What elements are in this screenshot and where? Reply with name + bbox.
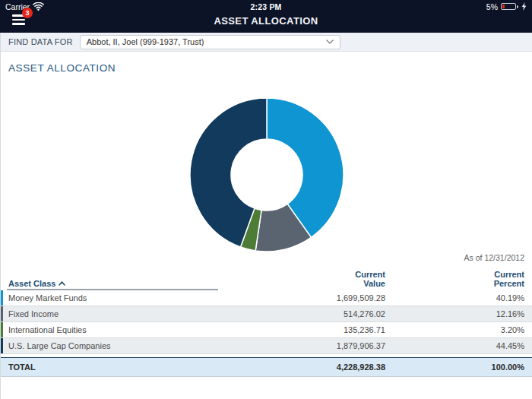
segment-color-bar: [1, 322, 3, 337]
section-heading: ASSET ALLOCATION: [1, 52, 532, 74]
sort-ascending-icon: [59, 281, 65, 286]
find-data-bar: FIND DATA FOR Abbot, II, Joel (999-1937,…: [1, 33, 532, 52]
current-percent-cell: 40.19%: [393, 293, 532, 302]
menu-button[interactable]: 3: [12, 14, 26, 26]
total-percent: 100.00%: [393, 363, 532, 372]
asset-class-cell: International Equities: [1, 325, 249, 334]
total-value: 4,228,928.38: [249, 363, 393, 372]
current-value-cell: 514,276.02: [249, 309, 393, 318]
current-value-cell: 135,236.71: [249, 325, 393, 334]
table-total-row: TOTAL 4,228,928.38 100.00%: [1, 357, 532, 377]
title-bar: 3 ASSET ALLOCATION: [0, 12, 532, 33]
donut-chart: [1, 74, 532, 252]
account-select-value: Abbot, II, Joel (999-1937, Trust): [87, 37, 204, 46]
asset-class-header-label: Asset Class: [8, 279, 55, 288]
clock: 2:23 PM: [250, 2, 281, 11]
segment-color-bar: [1, 290, 3, 306]
charging-bolt-icon: [521, 2, 527, 11]
current-percent-cell: 12.16%: [393, 309, 532, 318]
current-percent-cell: 44.45%: [393, 341, 532, 350]
content-area: FIND DATA FOR Abbot, II, Joel (999-1937,…: [0, 33, 532, 399]
table-row-international-equities[interactable]: International Equities 135,236.71 3.20%: [1, 322, 532, 338]
column-header-current-value[interactable]: Current Value: [249, 270, 393, 288]
notification-badge: 3: [22, 8, 33, 18]
battery-icon: [501, 3, 518, 10]
asset-allocation-table: Asset Class Current Value Current Percen…: [1, 264, 532, 377]
page-title: ASSET ALLOCATION: [0, 12, 532, 30]
account-select[interactable]: Abbot, II, Joel (999-1937, Trust): [80, 35, 340, 49]
asset-class-cell: Fixed Income: [1, 309, 249, 318]
asset-class-cell: U.S. Large Cap Companies: [1, 341, 249, 350]
segment-color-bar: [1, 306, 3, 321]
table-row-us-large-cap-companies[interactable]: U.S. Large Cap Companies 1,879,906.37 44…: [1, 338, 532, 354]
as-of-date: As of 12/31/2012: [1, 252, 532, 264]
find-data-label: FIND DATA FOR: [8, 37, 73, 46]
table-row-fixed-income[interactable]: Fixed Income 514,276.02 12.16%: [1, 306, 532, 322]
current-value-cell: 1,879,906.37: [249, 341, 393, 350]
table-header-row: Asset Class Current Value Current Percen…: [1, 264, 532, 290]
chevron-down-icon: [326, 40, 334, 44]
status-bar: Carrier 2:23 PM 5%: [0, 0, 532, 12]
asset-allocation-screen: Carrier 2:23 PM 5%: [0, 0, 532, 399]
battery-percent-label: 5%: [486, 2, 498, 11]
current-percent-cell: 3.20%: [393, 325, 532, 334]
column-header-current-percent[interactable]: Current Percent: [393, 270, 532, 288]
column-header-asset-class[interactable]: Asset Class: [1, 279, 249, 288]
current-value-cell: 1,699,509.28: [249, 293, 393, 302]
wifi-icon: [33, 2, 44, 11]
navigation-bar: Carrier 2:23 PM 5%: [0, 0, 532, 33]
asset-class-cell: Money Market Funds: [1, 293, 249, 302]
table-row-money-market-funds[interactable]: Money Market Funds 1,699,509.28 40.19%: [1, 290, 532, 306]
total-label: TOTAL: [1, 363, 249, 372]
segment-color-bar: [1, 338, 3, 353]
donut-chart-svg: [1, 74, 532, 252]
